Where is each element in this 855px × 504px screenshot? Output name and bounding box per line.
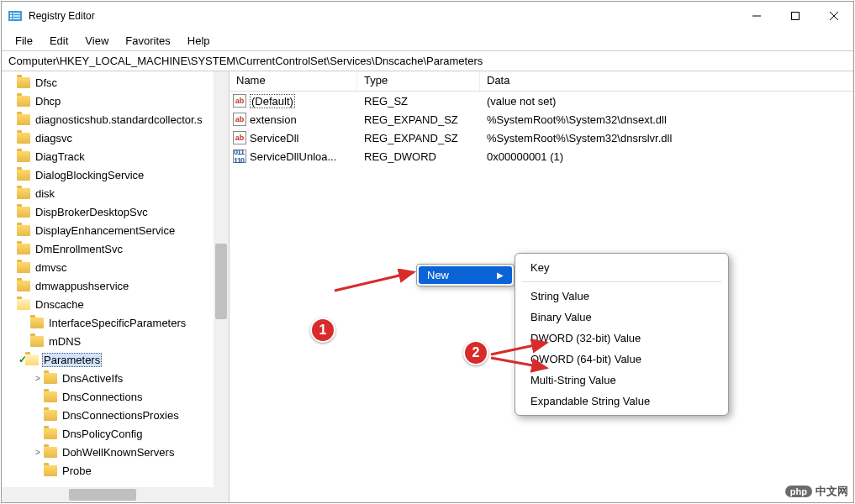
submenu-item-binary[interactable]: Binary Value — [515, 307, 728, 328]
tree-item-label: Dhcp — [34, 95, 62, 108]
scrollbar-thumb[interactable] — [215, 244, 227, 319]
tree-item[interactable]: diagsvc — [2, 129, 229, 147]
submenu-item-string[interactable]: String Value — [515, 286, 728, 307]
folder-icon — [44, 410, 57, 421]
tree-item-label: DisplayEnhancementService — [34, 224, 177, 237]
tree-hscrollbar[interactable] — [2, 487, 229, 502]
svg-rect-6 — [13, 18, 20, 19]
tree-item-label: DnsActiveIfs — [61, 372, 124, 385]
list-row[interactable]: 011 110ServiceDllUnloa...REG_DWORD0x0000… — [230, 147, 853, 165]
tree-item[interactable]: Dfsc — [2, 73, 229, 92]
context-menu-item-new[interactable]: New ▶ — [419, 266, 512, 284]
header-type[interactable]: Type — [357, 71, 480, 91]
regedit-icon — [8, 9, 22, 23]
tree-item[interactable]: DiagTrack — [2, 147, 229, 165]
tree-item[interactable]: DispBrokerDesktopSvc — [2, 202, 229, 221]
minimize-button[interactable] — [737, 2, 776, 30]
tree-item[interactable]: mDNS — [2, 332, 229, 350]
close-button[interactable] — [815, 2, 853, 30]
list-row[interactable]: abServiceDllREG_EXPAND_SZ%SystemRoot%\Sy… — [230, 129, 853, 147]
folder-icon — [17, 262, 30, 273]
tree-item[interactable]: Dnscache — [2, 295, 229, 313]
submenu-item-qword[interactable]: QWORD (64-bit) Value — [515, 349, 728, 370]
tree-item-label: Parameters — [42, 353, 102, 367]
list-row[interactable]: ab(Default)REG_SZ(value not set) — [230, 92, 853, 110]
menu-file[interactable]: File — [7, 33, 41, 49]
folder-icon — [17, 299, 30, 310]
tree-item-label: Dnscache — [34, 298, 86, 311]
svg-rect-5 — [13, 15, 20, 17]
annotation-badge-1: 1 — [310, 318, 335, 343]
tree-item[interactable]: InterfaceSpecificParameters — [2, 313, 229, 332]
tree-item[interactable]: DisplayEnhancementService — [2, 221, 229, 239]
submenu-item-dword[interactable]: DWORD (32-bit) Value — [515, 328, 728, 349]
svg-rect-4 — [13, 13, 20, 14]
value-data: %SystemRoot%\System32\dnsrslvr.dll — [480, 132, 853, 144]
folder-icon — [17, 244, 30, 255]
tree-item[interactable]: DnsConnections — [2, 387, 229, 406]
tree-item-label: DiagTrack — [34, 150, 87, 163]
tree-item[interactable]: dmwappushservice — [2, 276, 229, 295]
value-data: 0x00000001 (1) — [480, 150, 853, 163]
menu-favorites[interactable]: Favorites — [117, 33, 178, 49]
context-new-label: New — [427, 269, 449, 281]
titlebar: Registry Editor — [2, 2, 853, 30]
submenu-item-key[interactable]: Key — [515, 257, 728, 278]
maximize-button[interactable] — [776, 2, 815, 30]
tree-item[interactable]: DnsConnectionsProxies — [2, 406, 229, 424]
value-type: REG_EXPAND_SZ — [357, 132, 480, 144]
window: Registry Editor File Edit View Favorites… — [1, 1, 854, 503]
list-header: Name Type Data — [230, 71, 853, 92]
folder-icon — [44, 391, 57, 402]
submenu-arrow-icon: ▶ — [497, 270, 504, 280]
tree-item[interactable]: DnsPolicyConfig — [2, 424, 229, 443]
header-name[interactable]: Name — [230, 71, 357, 91]
tree-item-label: DispBrokerDesktopSvc — [34, 206, 150, 218]
tree-item-label: InterfaceSpecificParameters — [47, 317, 187, 329]
tree-item[interactable]: Probe — [2, 461, 229, 480]
address-bar[interactable]: Computer\HKEY_LOCAL_MACHINE\SYSTEM\Curre… — [2, 50, 853, 71]
tree-item-label: DmEnrollmentSvc — [34, 243, 124, 255]
value-name: extension — [250, 113, 297, 126]
tree-item[interactable]: >DnsActiveIfs — [2, 369, 229, 387]
tree-item[interactable]: disk — [2, 184, 229, 202]
tree-item[interactable]: ✓Parameters — [2, 350, 229, 369]
tree-vscrollbar[interactable] — [214, 71, 229, 487]
tree-item[interactable]: DmEnrollmentSvc — [2, 239, 229, 258]
folder-icon — [17, 151, 30, 162]
tree-item[interactable]: Dhcp — [2, 92, 229, 110]
submenu-item-multi[interactable]: Multi-String Value — [515, 370, 728, 391]
value-type: REG_DWORD — [357, 150, 480, 163]
folder-icon — [17, 225, 30, 236]
tree[interactable]: DfscDhcpdiagnosticshub.standardcollector… — [2, 71, 229, 487]
annotation-badge-2: 2 — [463, 340, 488, 365]
tree-item[interactable]: DialogBlockingService — [2, 165, 229, 184]
tree-item-label: diagnosticshub.standardcollector.s — [34, 113, 204, 126]
list-row[interactable]: abextensionREG_EXPAND_SZ%SystemRoot%\Sys… — [230, 110, 853, 129]
folder-icon — [44, 447, 57, 458]
value-data: %SystemRoot%\System32\dnsext.dll — [480, 113, 853, 126]
expander-icon[interactable]: > — [32, 374, 44, 383]
submenu-item-expand[interactable]: Expandable String Value — [515, 391, 728, 412]
watermark-text: 中文网 — [815, 484, 848, 499]
scrollbar-thumb[interactable] — [69, 489, 136, 501]
watermark: php 中文网 — [785, 484, 848, 499]
tree-item-label: DialogBlockingService — [34, 169, 145, 181]
expander-icon[interactable]: > — [32, 448, 44, 457]
folder-icon — [17, 207, 30, 218]
list-rows[interactable]: ab(Default)REG_SZ(value not set)abextens… — [230, 92, 853, 165]
menubar: File Edit View Favorites Help — [2, 30, 853, 50]
tree-item-label: dmvsc — [34, 261, 69, 274]
menu-edit[interactable]: Edit — [41, 33, 77, 49]
svg-rect-1 — [10, 13, 12, 14]
menu-help[interactable]: Help — [179, 33, 219, 49]
header-data[interactable]: Data — [480, 71, 853, 91]
tree-item[interactable]: dmvsc — [2, 258, 229, 276]
tree-item[interactable]: >DohWellKnownServers — [2, 443, 229, 461]
string-value-icon: ab — [233, 113, 246, 126]
folder-icon — [30, 318, 44, 328]
folder-icon — [44, 373, 57, 384]
tree-item[interactable]: diagnosticshub.standardcollector.s — [2, 110, 229, 129]
menu-view[interactable]: View — [77, 33, 117, 49]
value-data: (value not set) — [480, 95, 853, 108]
